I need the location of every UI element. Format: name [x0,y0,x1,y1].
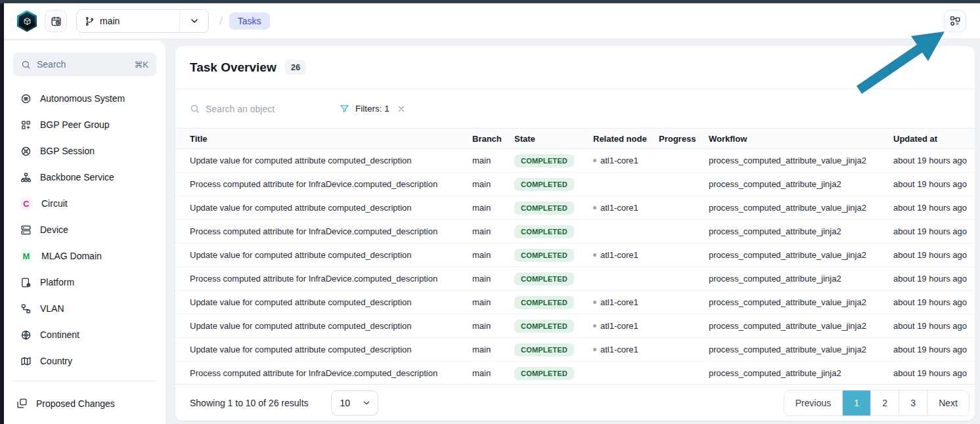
cell-workflow: process_computed_attribute_value_jinja2 [703,244,888,267]
chevron-down-icon [362,398,371,408]
table-row[interactable]: Process computed attribute for InfraDevi… [175,173,975,196]
cell-progress [654,196,703,220]
table-row[interactable]: Process computed attribute for InfraDevi… [175,267,975,291]
sidebar-item-vlan[interactable]: VLAN [11,295,159,322]
sidebar-item-label: Proposed Changes [36,398,115,409]
sidebar-item-label: Circuit [41,198,68,209]
filters-label: Filters: 1 [355,104,390,114]
related-node-name: atl1-core1 [600,321,638,331]
table-row[interactable]: Update value for computed attribute comp… [175,196,975,220]
column-header-title: Title [175,129,467,149]
cell-updated-at: about 19 hours ago [888,338,975,362]
cell-title: Update value for computed attribute comp… [175,291,467,314]
sidebar-item-country[interactable]: Country [11,348,159,374]
cell-branch: main [467,362,509,385]
status-badge: COMPLETED [514,296,574,309]
pagination-next[interactable]: Next [927,391,969,415]
sidebar-item-label: MLAG Domain [41,251,102,261]
cell-state: COMPLETED [509,291,588,314]
sidebar-footer-nav: Proposed ChangesObject Management [11,391,159,424]
window-top-edge [0,0,980,3]
node-dot-icon [593,324,596,328]
sidebar-item-platform[interactable]: Platform [11,269,159,295]
cell-related-node [588,267,654,291]
schema-button[interactable] [944,10,966,32]
status-badge: COMPLETED [514,249,574,262]
cell-related-node: atl1-core1 [588,149,654,173]
table-row[interactable]: Update value for computed attribute comp… [175,244,975,267]
sidebar-item-backbone-service[interactable]: Backbone Service [11,164,159,190]
page-size-select[interactable]: 10 [331,391,378,415]
sidebar-item-mlag-domain[interactable]: MMLAG Domain [11,243,159,269]
sidebar-item-continent[interactable]: Continent [11,322,159,348]
page-title: Task Overview [190,60,277,75]
pagination-previous[interactable]: Previous [784,391,842,415]
cell-branch: main [467,173,509,196]
search-icon [21,60,31,70]
sidebar-item-autonomous-system[interactable]: Autonomous System [11,85,159,112]
table-row[interactable]: Process computed attribute for InfraDevi… [175,220,975,244]
sidebar-nav: Autonomous SystemBGP Peer GroupBGP Sessi… [11,85,159,374]
cell-related-node: atl1-core1 [588,314,654,338]
cell-branch: main [467,244,509,267]
cell-branch: main [467,196,509,220]
pagination: Previous123Next [784,390,969,416]
sidebar-item-object-management[interactable]: Object Management [11,416,159,424]
cell-title: Update value for computed attribute comp… [175,244,467,267]
cell-branch: main [467,338,509,362]
table-row[interactable]: Update value for computed attribute comp… [175,314,975,338]
circle-menu-icon [20,93,32,104]
node-dot-icon [593,206,596,209]
sidebar-item-proposed-changes[interactable]: Proposed Changes [11,391,159,416]
task-count-badge: 26 [285,60,306,75]
cell-state: COMPLETED [509,220,588,244]
logo-cube-icon [17,11,37,32]
sidebar-search[interactable]: Search ⌘K [13,53,156,76]
cell-branch: main [467,220,509,244]
filters-control[interactable]: Filters: 1 [340,103,407,115]
related-node-name: atl1-core1 [600,250,638,260]
pagination-1[interactable]: 1 [842,391,870,415]
cell-title: Process computed attribute for InfraDevi… [175,220,467,244]
cell-progress [654,173,703,196]
table-toolbar: Filters: 1 [175,89,975,128]
sidebar-item-bgp-peer-group[interactable]: BGP Peer Group [11,112,159,138]
cell-updated-at: about 19 hours ago [888,220,975,244]
related-node-name: atl1-core1 [600,345,638,354]
table-row[interactable]: Process computed attribute for InfraDevi… [175,362,975,385]
filter-funnel-icon [340,104,349,114]
table-row[interactable]: Update value for computed attribute comp… [175,291,975,314]
object-search-input[interactable] [206,104,317,114]
cell-progress [654,149,703,173]
page-size-value: 10 [340,398,351,408]
sidebar-item-device[interactable]: Device [11,217,159,243]
app-logo[interactable] [17,11,37,32]
sidebar-item-bgp-session[interactable]: BGP Session [11,138,159,164]
letter-c-icon: C [20,197,33,210]
pagination-3[interactable]: 3 [899,391,927,415]
pagination-2[interactable]: 2 [870,391,899,415]
schema-icon [949,15,961,27]
cell-progress [654,338,703,362]
cell-workflow: process_computed_attribute_jinja2 [703,173,888,196]
cell-related-node [588,173,654,196]
branch-dropdown-toggle[interactable] [179,10,208,32]
sidebar-item-label: Continent [40,329,79,340]
column-header-branch: Branch [467,129,509,149]
cell-updated-at: about 19 hours ago [888,362,975,385]
breadcrumb-tasks[interactable]: Tasks [229,12,270,30]
table-row[interactable]: Update value for computed attribute comp… [175,149,975,173]
breadcrumb-separator: / [219,14,223,28]
branch-selector[interactable]: main [76,9,209,33]
cell-updated-at: about 19 hours ago [888,149,975,173]
cell-related-node: atl1-core1 [588,244,654,267]
cell-related-node [588,362,654,385]
related-node-name: atl1-core1 [600,156,638,165]
date-picker-button[interactable] [45,10,67,32]
clear-filters-button[interactable] [395,103,407,115]
cell-title: Update value for computed attribute comp… [175,196,467,220]
task-overview-panel: Task Overview 26 Filters: 1 TitleBranchS… [175,46,975,421]
table-row[interactable]: Update value for computed attribute comp… [175,338,975,362]
sidebar-item-circuit[interactable]: CCircuit [11,190,159,217]
node-dot-icon [593,301,596,304]
